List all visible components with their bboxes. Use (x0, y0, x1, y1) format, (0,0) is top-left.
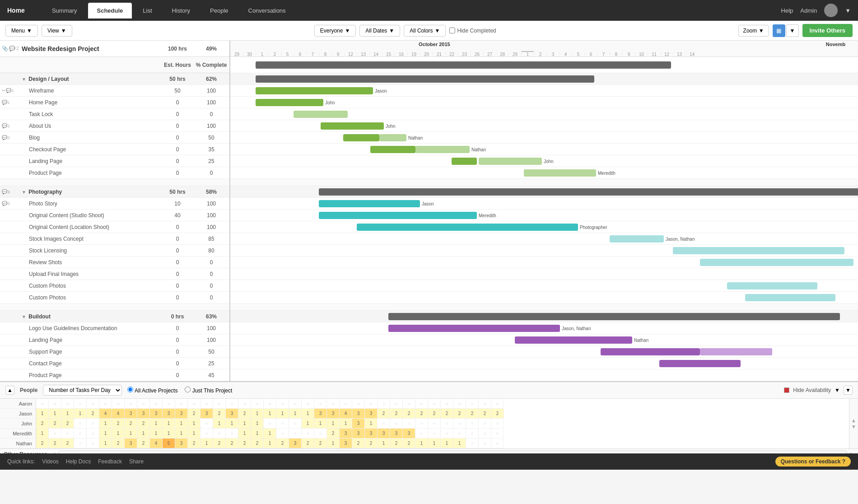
just-this-project-radio[interactable]: Just This Project (185, 387, 232, 394)
all-active-radio-input[interactable] (127, 387, 133, 392)
gantt-bar-wireframe[interactable]: Jason (256, 87, 373, 94)
gantt-bar-logodoc[interactable]: Jason, Nathan (388, 325, 560, 332)
gantt-bar-buildout-section[interactable] (388, 313, 840, 320)
gantt-bar-product1[interactable]: Meredith (524, 169, 596, 177)
people-cell: ○ (466, 399, 479, 409)
people-cell: ○ (87, 429, 99, 439)
hide-completed-toggle[interactable]: Hide Completed (449, 25, 496, 37)
link-share[interactable]: Share (129, 458, 144, 465)
tab-history[interactable]: History (163, 3, 199, 19)
tab-schedule[interactable]: Schedule (88, 3, 132, 19)
gantt-bar-custom2[interactable] (745, 294, 835, 301)
gantt-bar-landing2[interactable]: Nathan (515, 336, 632, 344)
task-product1-name: Product Page (18, 170, 162, 176)
people-cell: 1 (453, 439, 466, 448)
tab-conversations[interactable]: Conversations (239, 3, 295, 19)
gantt-bar-project[interactable] (256, 61, 671, 69)
scroll-down-button[interactable]: ▼ (844, 386, 853, 395)
scroll-up-button[interactable]: ▲ (5, 386, 14, 395)
gantt-bar-landing1[interactable] (452, 158, 477, 165)
admin-link[interactable]: Admin (800, 7, 817, 14)
project-pct: 49% (193, 46, 229, 52)
avatar[interactable] (824, 4, 838, 17)
view-button[interactable]: View ▼ (42, 25, 72, 37)
task-contact-hours: 0 (162, 360, 193, 367)
gantt-bar-homepage[interactable]: John (256, 99, 323, 106)
task-tasklock: Task Lock 0 0 (0, 108, 229, 120)
date-9: 9 (331, 52, 344, 57)
side-scroll-up[interactable]: ▲ (849, 417, 858, 424)
people-cell: 2 (226, 439, 238, 448)
gantt-bar-custom1[interactable] (727, 282, 817, 289)
gantt-bar-blog[interactable] (343, 134, 379, 141)
gantt-bar-contact[interactable] (659, 360, 741, 367)
menu-button[interactable]: Menu ▼ (5, 25, 38, 37)
link-videos[interactable]: Videos (42, 458, 58, 465)
side-scroll-down[interactable]: ▼ (849, 424, 858, 430)
grid-view-button[interactable]: ▦ (773, 24, 785, 37)
user-dropdown-icon[interactable]: ▼ (845, 7, 851, 14)
task-product1: Product Page 0 0 (0, 167, 229, 179)
zoom-button[interactable]: Zoom ▼ (738, 25, 769, 37)
gantt-bar-blog2[interactable]: Nathan (379, 134, 406, 141)
section-design-pct: 62% (193, 76, 229, 82)
gantt-bar-checkout[interactable] (370, 146, 415, 153)
help-link[interactable]: Help (781, 7, 793, 14)
invite-others-button[interactable]: Invite Others (802, 24, 853, 37)
task-checkout: Checkout Page 0 35 (0, 144, 229, 155)
other-resources-left-arrow[interactable]: ◀ (51, 451, 55, 453)
gantt-bar-tasklock[interactable] (294, 111, 348, 118)
questions-feedback-button[interactable]: Questions or Feedback ? (775, 457, 851, 467)
people-cell: 2 (390, 439, 403, 448)
people-cell: 1 (61, 409, 74, 419)
link-helpdocs[interactable]: Help Docs (66, 458, 91, 465)
people-cell: 2 (238, 409, 251, 419)
all-active-projects-radio[interactable]: All Active Projects (127, 387, 177, 394)
people-cell: 1 (99, 419, 112, 429)
gantt-bar-photo-section[interactable] (319, 188, 858, 196)
task-customphotos1: Custom Photos 0 0 (0, 280, 229, 292)
gantt-bar-aboutus[interactable]: John (321, 122, 384, 130)
gantt-bar-design-section[interactable] (256, 75, 594, 83)
people-cell: ○ (276, 399, 289, 409)
hide-availability-btn[interactable]: Hide Availability (793, 387, 831, 393)
hide-completed-checkbox[interactable] (449, 28, 455, 33)
gantt-bar-studio[interactable]: Meredith (319, 212, 477, 219)
gantt-bar-reviewshots[interactable] (700, 259, 853, 266)
tab-list[interactable]: List (134, 3, 161, 19)
gantt-bar-stocklic[interactable] (673, 247, 844, 254)
gantt-bar-support[interactable]: John (601, 348, 700, 355)
everyone-button[interactable]: Everyone ▼ (314, 25, 356, 37)
gantt-bar-landing1b[interactable]: John (479, 158, 542, 165)
people-cell: ○ (61, 399, 74, 409)
people-cell: 1 (415, 439, 428, 448)
people-cell: 2 (137, 439, 150, 448)
people-cell: ○ (466, 439, 479, 448)
gantt-bar-location[interactable]: Photographer (357, 224, 578, 231)
people-cell: 1 (302, 419, 314, 429)
person-name-aaron: Aaron (0, 399, 36, 409)
task-reviewshots-pct: 0 (193, 259, 229, 266)
side-scroll-btns: ▲ ▼ (849, 399, 858, 448)
gantt-location: Photographer (230, 221, 858, 233)
gantt-bar-photostory[interactable]: Jason (319, 200, 420, 207)
other-resources-right-arrow[interactable]: ▶ (850, 451, 854, 453)
gantt-bar-stockconcept[interactable]: Jason, Nathan (610, 235, 664, 243)
people-cell: 1 (125, 429, 137, 439)
list-view-button[interactable]: ▼ (786, 24, 799, 37)
gantt-bar-support2[interactable] (700, 348, 772, 355)
tab-people[interactable]: People (201, 3, 237, 19)
menu-chevron-icon: ▼ (27, 28, 32, 34)
all-colors-button[interactable]: All Colors ▼ (404, 25, 446, 37)
link-feedback[interactable]: Feedback (98, 458, 122, 465)
tab-summary[interactable]: Summary (43, 3, 86, 19)
gantt-bar-checkout2[interactable]: Nathan (415, 146, 470, 153)
home-link[interactable]: Home (7, 7, 25, 14)
all-dates-button[interactable]: All Dates ▼ (359, 25, 400, 37)
just-this-radio-input[interactable] (185, 387, 191, 392)
task-landing1-name: Landing Page (18, 158, 162, 164)
people-cell: 4 (99, 409, 112, 419)
task-product1-hours: 0 (162, 170, 193, 176)
tasks-per-day-select[interactable]: Number of Tasks Per Day (43, 385, 122, 396)
people-cell: ○ (163, 399, 175, 409)
